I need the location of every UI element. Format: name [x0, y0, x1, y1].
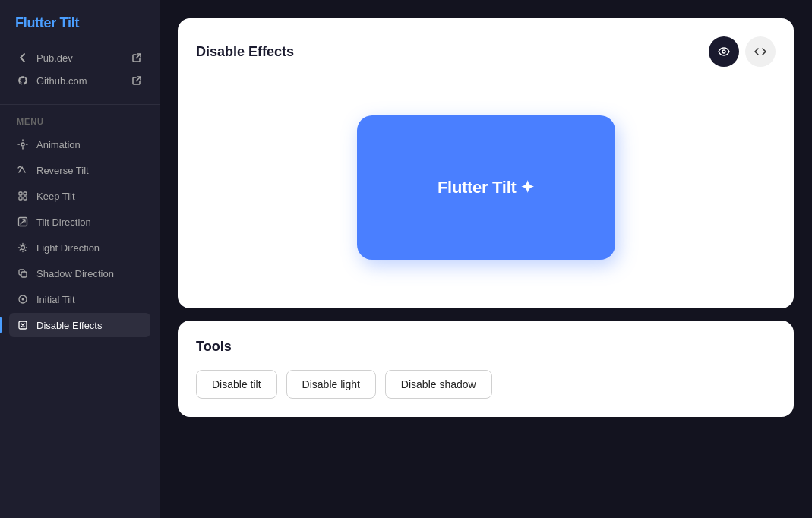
svg-rect-2: [24, 192, 27, 195]
demo-area: Flutter Tilt ✦: [196, 85, 776, 290]
pubdev-label: Pub.dev: [36, 52, 73, 64]
reverse-tilt-label: Reverse Tilt: [36, 165, 89, 176]
animation-label: Animation: [36, 139, 81, 150]
animation-icon: [17, 138, 29, 150]
svg-point-6: [21, 246, 25, 250]
demo-card: Disable Effects: [178, 18, 794, 308]
demo-card-title: Disable Effects: [196, 44, 294, 60]
app-logo: Flutter Tilt: [0, 15, 160, 46]
svg-rect-8: [21, 272, 27, 277]
light-direction-icon: [17, 242, 29, 254]
svg-point-0: [21, 143, 24, 146]
initial-tilt-label: Initial Tilt: [36, 294, 75, 305]
light-direction-label: Light Direction: [36, 242, 100, 254]
github-label: Github.com: [36, 75, 87, 87]
disable-effects-label: Disable Effects: [36, 320, 102, 331]
code-button[interactable]: [745, 36, 776, 67]
flutter-tilt-text: Flutter Tilt ✦: [438, 178, 534, 197]
disable-shadow-button[interactable]: Disable shadow: [385, 370, 492, 399]
shadow-direction-label: Shadow Direction: [36, 268, 114, 280]
tilt-direction-label: Tilt Direction: [36, 216, 91, 228]
svg-point-10: [22, 298, 24, 301]
sidebar-link-pubdev[interactable]: Pub.dev: [9, 46, 150, 69]
initial-tilt-icon: [17, 293, 29, 305]
external-link-icon: [131, 52, 143, 64]
disable-tilt-button[interactable]: Disable tilt: [196, 370, 277, 399]
main-content: Disable Effects: [160, 0, 812, 518]
tilt-direction-icon: [17, 216, 29, 228]
disable-effects-icon: [17, 319, 29, 331]
flutter-tilt-box: Flutter Tilt ✦: [357, 115, 615, 260]
sidebar-item-tilt-direction[interactable]: Tilt Direction: [9, 210, 150, 234]
demo-card-actions: [709, 36, 776, 67]
demo-card-header: Disable Effects: [196, 36, 776, 67]
arrow-left-icon: [17, 52, 29, 64]
svg-rect-1: [19, 192, 22, 195]
reverse-tilt-icon: [17, 164, 29, 176]
sidebar: Flutter Tilt Pub.dev Github.com: [0, 0, 160, 518]
tools-card: Tools Disable tilt Disable light Disable…: [178, 321, 794, 417]
eye-icon: [718, 46, 730, 58]
sidebar-section-label: MENU: [0, 117, 160, 132]
svg-rect-3: [19, 197, 22, 200]
sidebar-external-links: Pub.dev Github.com: [0, 46, 160, 105]
sidebar-item-shadow-direction[interactable]: Shadow Direction: [9, 261, 150, 286]
svg-rect-4: [24, 197, 27, 200]
sidebar-nav: Animation Reverse Tilt Keep: [0, 132, 160, 337]
external-link-icon-2: [131, 74, 143, 87]
shadow-direction-icon: [17, 267, 29, 280]
sidebar-item-disable-effects[interactable]: Disable Effects: [9, 313, 150, 337]
logo-rest: lutter Tilt: [24, 15, 79, 30]
github-icon: [17, 74, 29, 87]
tools-buttons-group: Disable tilt Disable light Disable shado…: [196, 370, 776, 399]
logo-highlight: F: [15, 15, 24, 30]
sidebar-item-light-direction[interactable]: Light Direction: [9, 235, 150, 260]
sidebar-item-animation[interactable]: Animation: [9, 132, 150, 156]
sidebar-item-initial-tilt[interactable]: Initial Tilt: [9, 287, 150, 311]
sidebar-item-reverse-tilt[interactable]: Reverse Tilt: [9, 158, 150, 182]
disable-light-button[interactable]: Disable light: [286, 370, 376, 399]
sidebar-link-github[interactable]: Github.com: [9, 69, 150, 92]
tools-title: Tools: [196, 339, 776, 355]
code-icon: [754, 46, 766, 58]
preview-button[interactable]: [709, 36, 739, 67]
keep-tilt-label: Keep Tilt: [36, 191, 75, 202]
keep-tilt-icon: [17, 190, 29, 202]
svg-point-12: [722, 50, 725, 53]
sidebar-item-keep-tilt[interactable]: Keep Tilt: [9, 184, 150, 208]
